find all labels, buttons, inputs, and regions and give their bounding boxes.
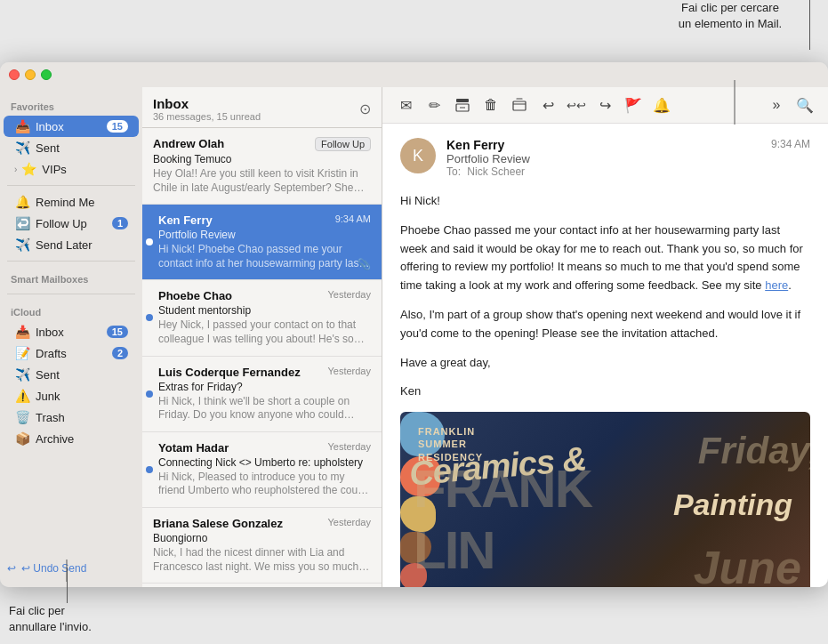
junk-button[interactable] (507, 93, 532, 117)
subject-6: Buongiorno (153, 532, 371, 544)
forward-button[interactable]: ↪ (592, 93, 617, 117)
follow-up-label: Follow Up (36, 217, 112, 230)
divider-1 (7, 185, 135, 186)
sent-fav-label: Sent (36, 141, 128, 155)
mail-app-window: Favorites 📥 Inbox 15 ✈️ Sent › ⭐ VIPs 🔔 … (0, 62, 828, 587)
sender-3: Phoebe Chao (158, 289, 232, 302)
delete-button[interactable]: 🗑 (478, 93, 503, 117)
svg-rect-2 (513, 101, 526, 110)
unread-dot-4 (146, 390, 153, 398)
send-later-label: Send Later (36, 238, 128, 252)
site-link[interactable]: here (765, 278, 788, 292)
inbox-title: Inbox (153, 96, 261, 111)
reply-all-button[interactable]: ↩↩ (564, 93, 589, 117)
minimize-button[interactable] (25, 69, 36, 80)
inbox-fav-label: Inbox (36, 120, 107, 133)
reply-button[interactable]: ↩ (535, 93, 560, 117)
message-list-scroll: Andrew Olah Follow Up Booking Temuco Hey… (142, 128, 382, 587)
body-para-4: Ken (400, 382, 810, 401)
sender-2: Ken Ferry (158, 213, 213, 227)
icloud-section-label: iCloud (0, 300, 142, 321)
search-button[interactable]: 🔍 (792, 93, 817, 117)
sender-4: Luis Coderque Fernandez (158, 366, 301, 379)
to-label: To: (446, 165, 461, 178)
icloud-drafts-icon: 📝 (14, 345, 30, 361)
undo-send-button[interactable]: ↩ ↩ Undo Send (7, 562, 86, 575)
message-item-6[interactable]: Briana Salese Gonzalez Yesterday Buongio… (142, 508, 382, 584)
undo-send-label: ↩ Undo Send (21, 562, 86, 575)
message-item-3[interactable]: Phoebe Chao Yesterday Student mentorship… (142, 280, 382, 356)
time-5: Yesterday (327, 441, 371, 452)
undo-send-icon: ↩ (7, 562, 16, 575)
email-header: K Ken Ferry Portfolio Review To: Nick Sc… (400, 138, 810, 178)
icloud-archive-label: Archive (36, 432, 128, 446)
icloud-trash-label: Trash (36, 411, 128, 424)
message-item-4[interactable]: Luis Coderque Fernandez Yesterday Extras… (142, 357, 382, 432)
icloud-junk-label: Junk (36, 390, 128, 403)
sidebar-item-remind-me[interactable]: 🔔 Remind Me (4, 191, 139, 213)
inbox-fav-badge: 15 (107, 120, 128, 133)
time-3: Yesterday (327, 289, 371, 300)
sidebar-item-sent-fav[interactable]: ✈️ Sent (4, 137, 139, 158)
email-timestamp: 9:34 AM (771, 138, 810, 150)
sidebar: Favorites 📥 Inbox 15 ✈️ Sent › ⭐ VIPs 🔔 … (0, 87, 142, 587)
sidebar-item-vips[interactable]: › ⭐ VIPs (4, 158, 139, 180)
subject-3: Student mentorship (158, 304, 371, 317)
avatar: K (400, 138, 436, 173)
send-later-icon: ✈️ (14, 237, 30, 253)
divider-2 (7, 261, 135, 262)
body-para-3: Have a great day, (400, 354, 810, 373)
title-bar (0, 62, 828, 87)
sidebar-item-icloud-trash[interactable]: 🗑️ Trash (4, 407, 139, 428)
content-area: Favorites 📥 Inbox 15 ✈️ Sent › ⭐ VIPs 🔔 … (0, 87, 828, 587)
vip-chevron: › (14, 165, 17, 174)
unread-dot-2 (146, 238, 153, 246)
more-button[interactable]: » (764, 93, 789, 117)
sidebar-item-inbox-fav[interactable]: 📥 Inbox 15 (4, 116, 139, 137)
archive-toolbar-button[interactable] (450, 93, 475, 117)
sidebar-item-icloud-sent[interactable]: ✈️ Sent (4, 364, 139, 385)
favorites-section-label: Favorites (0, 94, 142, 116)
sidebar-item-icloud-junk[interactable]: ⚠️ Junk (4, 385, 139, 407)
bottom-text: FRANKLIN (414, 458, 591, 581)
sidebar-item-follow-up[interactable]: ↩️ Follow Up 1 (4, 213, 139, 234)
email-meta: Ken Ferry Portfolio Review To: Nick Sche… (446, 138, 771, 178)
filter-icon[interactable]: ⊙ (359, 101, 371, 117)
message-item-7[interactable]: Ian Parks 6/4/22 Surprise party for Sofi… (142, 584, 382, 587)
icloud-inbox-badge: 15 (107, 326, 128, 338)
icloud-drafts-label: Drafts (36, 347, 112, 360)
body-para-0: Hi Nick! (400, 192, 810, 211)
follow-up-badge-1: Follow Up (315, 137, 371, 151)
sent-icon: ✈️ (14, 140, 30, 156)
unread-dot-5 (146, 466, 153, 473)
sidebar-item-icloud-inbox[interactable]: 📥 Inbox 15 (4, 321, 139, 342)
star-icon: ⭐ (20, 161, 36, 177)
new-message-button[interactable]: ✉ (393, 93, 418, 117)
flag-button[interactable]: 🚩 (621, 93, 646, 117)
time-4: Yesterday (327, 366, 371, 376)
preview-5: Hi Nick, Pleased to introduce you to my … (158, 471, 371, 498)
remind-icon: 🔔 (14, 194, 30, 210)
message-item-1[interactable]: Andrew Olah Follow Up Booking Temuco Hey… (142, 128, 382, 205)
fullscreen-button[interactable] (41, 69, 52, 80)
attachment-icon-2: 📎 (358, 258, 371, 270)
message-item-5[interactable]: Yotam Hadar Yesterday Connecting Nick <>… (142, 432, 382, 508)
smart-mailboxes-label: Smart Mailboxes (0, 267, 142, 288)
email-toolbar: ✉ ✏ 🗑 ↩ ↩↩ ↪ 🚩 🔔 » 🔍 (382, 87, 828, 124)
email-subject-display: Portfolio Review (446, 152, 771, 165)
preview-6: Nick, I had the nicest dinner with Lia a… (153, 546, 371, 574)
message-item-2[interactable]: Ken Ferry 9:34 AM Portfolio Review Hi Ni… (142, 205, 382, 280)
sidebar-item-icloud-drafts[interactable]: 📝 Drafts 2 (4, 342, 139, 364)
subject-2: Portfolio Review (158, 229, 371, 241)
svg-rect-0 (456, 99, 469, 102)
june-text: June (694, 541, 801, 587)
inbox-subtitle: 36 messages, 15 unread (153, 111, 261, 122)
notifications-button[interactable]: 🔔 (649, 93, 674, 117)
preview-2: Hi Nick! Phoebe Chao passed me your cont… (158, 243, 371, 270)
sidebar-item-icloud-archive[interactable]: 📦 Archive (4, 428, 139, 449)
close-button[interactable] (9, 69, 20, 80)
subject-1: Booking Temuco (153, 153, 371, 165)
sidebar-item-send-later[interactable]: ✈️ Send Later (4, 234, 139, 255)
preview-3: Hey Nick, I passed your contact on to th… (158, 318, 371, 346)
compose-button[interactable]: ✏ (422, 93, 446, 117)
